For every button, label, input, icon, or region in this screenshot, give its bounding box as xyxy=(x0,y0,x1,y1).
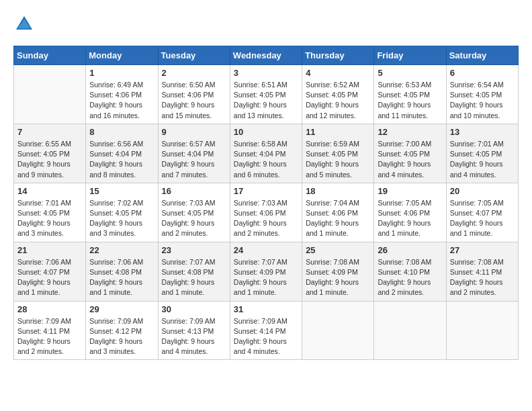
day-number: 23 xyxy=(162,245,226,255)
calendar-cell: 19Sunrise: 7:05 AM Sunset: 4:06 PM Dayli… xyxy=(374,183,446,242)
calendar-cell: 15Sunrise: 7:02 AM Sunset: 4:05 PM Dayli… xyxy=(86,183,158,242)
day-info: Sunrise: 7:08 AM Sunset: 4:10 PM Dayligh… xyxy=(378,257,442,298)
page-header xyxy=(13,13,519,35)
day-info: Sunrise: 7:03 AM Sunset: 4:06 PM Dayligh… xyxy=(234,198,298,239)
calendar-cell: 1Sunrise: 6:49 AM Sunset: 4:06 PM Daylig… xyxy=(86,65,158,124)
calendar-cell xyxy=(302,301,374,360)
day-info: Sunrise: 7:01 AM Sunset: 4:05 PM Dayligh… xyxy=(450,139,515,180)
calendar-cell: 26Sunrise: 7:08 AM Sunset: 4:10 PM Dayli… xyxy=(374,242,446,301)
day-number: 28 xyxy=(17,304,82,314)
calendar-cell: 13Sunrise: 7:01 AM Sunset: 4:05 PM Dayli… xyxy=(446,124,518,183)
day-number: 22 xyxy=(89,245,154,255)
logo xyxy=(13,13,39,35)
day-info: Sunrise: 6:49 AM Sunset: 4:06 PM Dayligh… xyxy=(89,80,154,121)
day-info: Sunrise: 6:56 AM Sunset: 4:04 PM Dayligh… xyxy=(89,139,154,180)
day-info: Sunrise: 6:52 AM Sunset: 4:05 PM Dayligh… xyxy=(306,80,370,121)
day-number: 17 xyxy=(234,186,298,196)
day-number: 5 xyxy=(378,68,442,78)
day-info: Sunrise: 7:06 AM Sunset: 4:07 PM Dayligh… xyxy=(17,257,82,298)
day-number: 26 xyxy=(378,245,442,255)
day-number: 2 xyxy=(162,68,226,78)
day-number: 16 xyxy=(162,186,226,196)
day-info: Sunrise: 7:05 AM Sunset: 4:07 PM Dayligh… xyxy=(450,198,515,239)
calendar-cell: 25Sunrise: 7:08 AM Sunset: 4:09 PM Dayli… xyxy=(302,242,374,301)
day-number: 7 xyxy=(17,127,82,137)
calendar-cell: 24Sunrise: 7:07 AM Sunset: 4:09 PM Dayli… xyxy=(230,242,302,301)
day-number: 31 xyxy=(234,304,298,314)
day-info: Sunrise: 6:50 AM Sunset: 4:06 PM Dayligh… xyxy=(162,80,226,121)
day-info: Sunrise: 6:59 AM Sunset: 4:05 PM Dayligh… xyxy=(306,139,370,180)
day-number: 24 xyxy=(234,245,298,255)
day-info: Sunrise: 7:03 AM Sunset: 4:05 PM Dayligh… xyxy=(162,198,226,239)
calendar-day-header: Saturday xyxy=(446,46,518,65)
calendar-cell xyxy=(446,301,518,360)
day-info: Sunrise: 7:00 AM Sunset: 4:05 PM Dayligh… xyxy=(378,139,442,180)
day-number: 4 xyxy=(306,68,370,78)
day-info: Sunrise: 7:07 AM Sunset: 4:08 PM Dayligh… xyxy=(162,257,226,298)
calendar-cell: 10Sunrise: 6:58 AM Sunset: 4:04 PM Dayli… xyxy=(230,124,302,183)
calendar-cell: 21Sunrise: 7:06 AM Sunset: 4:07 PM Dayli… xyxy=(14,242,86,301)
day-number: 6 xyxy=(450,68,515,78)
day-info: Sunrise: 6:55 AM Sunset: 4:05 PM Dayligh… xyxy=(17,139,82,180)
day-info: Sunrise: 6:58 AM Sunset: 4:04 PM Dayligh… xyxy=(234,139,298,180)
calendar-cell: 20Sunrise: 7:05 AM Sunset: 4:07 PM Dayli… xyxy=(446,183,518,242)
day-info: Sunrise: 7:07 AM Sunset: 4:09 PM Dayligh… xyxy=(234,257,298,298)
calendar-cell: 6Sunrise: 6:54 AM Sunset: 4:05 PM Daylig… xyxy=(446,65,518,124)
calendar-week-row: 1Sunrise: 6:49 AM Sunset: 4:06 PM Daylig… xyxy=(14,65,519,124)
calendar-table: SundayMondayTuesdayWednesdayThursdayFrid… xyxy=(13,46,519,360)
calendar-cell: 23Sunrise: 7:07 AM Sunset: 4:08 PM Dayli… xyxy=(158,242,230,301)
calendar-cell: 30Sunrise: 7:09 AM Sunset: 4:13 PM Dayli… xyxy=(158,301,230,360)
day-number: 19 xyxy=(378,186,442,196)
day-info: Sunrise: 7:09 AM Sunset: 4:13 PM Dayligh… xyxy=(162,316,226,357)
day-info: Sunrise: 7:08 AM Sunset: 4:09 PM Dayligh… xyxy=(306,257,370,298)
day-number: 8 xyxy=(89,127,154,137)
day-info: Sunrise: 6:51 AM Sunset: 4:05 PM Dayligh… xyxy=(234,80,298,121)
calendar-day-header: Thursday xyxy=(302,46,374,65)
day-info: Sunrise: 7:09 AM Sunset: 4:14 PM Dayligh… xyxy=(234,316,298,357)
calendar-cell: 22Sunrise: 7:06 AM Sunset: 4:08 PM Dayli… xyxy=(86,242,158,301)
day-number: 18 xyxy=(306,186,370,196)
calendar-week-row: 21Sunrise: 7:06 AM Sunset: 4:07 PM Dayli… xyxy=(14,242,519,301)
day-number: 1 xyxy=(89,68,154,78)
day-number: 29 xyxy=(89,304,154,314)
calendar-cell xyxy=(374,301,446,360)
calendar-cell: 11Sunrise: 6:59 AM Sunset: 4:05 PM Dayli… xyxy=(302,124,374,183)
calendar-cell: 7Sunrise: 6:55 AM Sunset: 4:05 PM Daylig… xyxy=(14,124,86,183)
day-info: Sunrise: 7:01 AM Sunset: 4:05 PM Dayligh… xyxy=(17,198,82,239)
day-info: Sunrise: 6:54 AM Sunset: 4:05 PM Dayligh… xyxy=(450,80,515,121)
day-info: Sunrise: 7:04 AM Sunset: 4:06 PM Dayligh… xyxy=(306,198,370,239)
calendar-cell: 17Sunrise: 7:03 AM Sunset: 4:06 PM Dayli… xyxy=(230,183,302,242)
day-number: 27 xyxy=(450,245,515,255)
day-number: 20 xyxy=(450,186,515,196)
calendar-cell: 5Sunrise: 6:53 AM Sunset: 4:05 PM Daylig… xyxy=(374,65,446,124)
calendar-day-header: Friday xyxy=(374,46,446,65)
calendar-cell: 2Sunrise: 6:50 AM Sunset: 4:06 PM Daylig… xyxy=(158,65,230,124)
day-info: Sunrise: 7:08 AM Sunset: 4:11 PM Dayligh… xyxy=(450,257,515,298)
day-info: Sunrise: 6:57 AM Sunset: 4:04 PM Dayligh… xyxy=(162,139,226,180)
calendar-week-row: 28Sunrise: 7:09 AM Sunset: 4:11 PM Dayli… xyxy=(14,301,519,360)
day-info: Sunrise: 6:53 AM Sunset: 4:05 PM Dayligh… xyxy=(378,80,442,121)
calendar-day-header: Tuesday xyxy=(158,46,230,65)
day-info: Sunrise: 7:09 AM Sunset: 4:12 PM Dayligh… xyxy=(89,316,154,357)
day-number: 9 xyxy=(162,127,226,137)
day-number: 21 xyxy=(17,245,82,255)
calendar-cell xyxy=(14,65,86,124)
calendar-cell: 8Sunrise: 6:56 AM Sunset: 4:04 PM Daylig… xyxy=(86,124,158,183)
day-info: Sunrise: 7:02 AM Sunset: 4:05 PM Dayligh… xyxy=(89,198,154,239)
day-number: 13 xyxy=(450,127,515,137)
calendar-cell: 3Sunrise: 6:51 AM Sunset: 4:05 PM Daylig… xyxy=(230,65,302,124)
calendar-day-header: Monday xyxy=(86,46,158,65)
day-info: Sunrise: 7:09 AM Sunset: 4:11 PM Dayligh… xyxy=(17,316,82,357)
calendar-cell: 16Sunrise: 7:03 AM Sunset: 4:05 PM Dayli… xyxy=(158,183,230,242)
calendar-cell: 4Sunrise: 6:52 AM Sunset: 4:05 PM Daylig… xyxy=(302,65,374,124)
day-number: 12 xyxy=(378,127,442,137)
day-number: 25 xyxy=(306,245,370,255)
calendar-header-row: SundayMondayTuesdayWednesdayThursdayFrid… xyxy=(14,46,519,65)
day-number: 3 xyxy=(234,68,298,78)
calendar-day-header: Wednesday xyxy=(230,46,302,65)
calendar-cell: 31Sunrise: 7:09 AM Sunset: 4:14 PM Dayli… xyxy=(230,301,302,360)
calendar-cell: 27Sunrise: 7:08 AM Sunset: 4:11 PM Dayli… xyxy=(446,242,518,301)
day-number: 15 xyxy=(89,186,154,196)
day-info: Sunrise: 7:05 AM Sunset: 4:06 PM Dayligh… xyxy=(378,198,442,239)
day-number: 14 xyxy=(17,186,82,196)
